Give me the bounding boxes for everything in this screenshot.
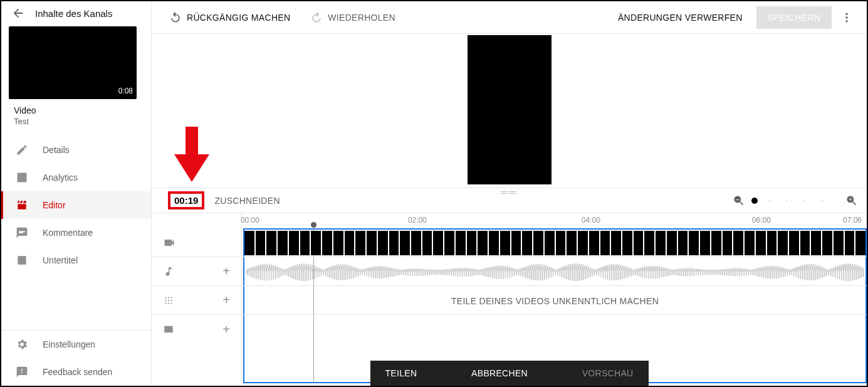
- more-button[interactable]: [837, 8, 857, 28]
- redo-button[interactable]: WIEDERHOLEN: [303, 6, 403, 29]
- topbar: RÜCKGÄNGIG MACHEN WIEDERHOLEN ÄNDERUNGEN…: [152, 1, 867, 34]
- controls-row: 00:19 ZUSCHNEIDEN ══: [152, 188, 867, 213]
- undo-icon: [169, 11, 182, 24]
- sidebar-nav: Details Analytics Editor Kommentare Unte…: [1, 132, 151, 274]
- pencil-icon: [15, 144, 29, 156]
- svg-point-5: [170, 297, 172, 298]
- sidebar-item-label: Kommentare: [43, 228, 93, 238]
- blur-track-label: TEILE DEINES VIDEOS UNKENNTLICH MACHEN: [451, 296, 659, 306]
- timeline: + + + 00:00 02:00 04:00 06:00 07:06: [152, 213, 867, 386]
- svg-point-10: [168, 302, 169, 304]
- save-button[interactable]: SPEICHERN: [756, 6, 832, 29]
- track-head-card: +: [152, 315, 241, 344]
- redo-icon: [310, 11, 323, 24]
- analytics-icon: [15, 171, 29, 184]
- feedback-icon: [15, 366, 29, 378]
- video-track-icon: [163, 236, 175, 249]
- sidebar-item-subtitles[interactable]: Untertitel: [1, 247, 151, 274]
- sidebar-item-analytics[interactable]: Analytics: [1, 164, 151, 191]
- ruler-tick: 06:00: [752, 216, 771, 225]
- svg-point-4: [168, 297, 169, 298]
- zoom-in-icon[interactable]: [845, 194, 858, 207]
- back-arrow-icon[interactable]: [11, 6, 25, 20]
- audio-track[interactable]: [243, 258, 867, 286]
- action-bar: TEILEN ABBRECHEN VORSCHAU: [370, 361, 649, 386]
- svg-point-1: [845, 16, 847, 18]
- endscreen-icon: [163, 324, 174, 335]
- comments-icon: [15, 226, 29, 239]
- blur-icon: [163, 295, 174, 306]
- annotation-arrow-icon: [174, 127, 209, 182]
- add-audio-button[interactable]: +: [222, 264, 230, 278]
- discard-button[interactable]: ÄNDERUNGEN VERWERFEN: [609, 8, 751, 28]
- track-head-video: [152, 228, 241, 257]
- add-blur-button[interactable]: +: [222, 293, 230, 307]
- sidebar-item-details[interactable]: Details: [1, 136, 151, 164]
- current-time[interactable]: 00:19: [168, 191, 204, 209]
- drag-handle-icon[interactable]: ══: [501, 187, 518, 198]
- cancel-button[interactable]: ABBRECHEN: [471, 368, 528, 378]
- track-head-audio: +: [152, 257, 241, 286]
- video-player[interactable]: [468, 35, 552, 184]
- thumbnail-duration: 0:08: [118, 87, 133, 95]
- blur-track[interactable]: TEILE DEINES VIDEOS UNKENNTLICH MACHEN: [243, 287, 867, 315]
- track-area[interactable]: 00:00 02:00 04:00 06:00 07:06: [242, 213, 867, 386]
- sidebar-item-label: Untertitel: [43, 255, 78, 265]
- split-button[interactable]: TEILEN: [385, 368, 417, 378]
- sidebar-item-label: Editor: [43, 200, 66, 210]
- sidebar-item-comments[interactable]: Kommentare: [1, 219, 151, 247]
- svg-point-7: [168, 299, 169, 300]
- sidebar-item-editor[interactable]: Editor: [1, 191, 151, 219]
- ruler-tick: 07:06: [843, 216, 862, 225]
- ruler-tick: 02:00: [408, 216, 427, 225]
- svg-point-11: [170, 302, 172, 304]
- preview-area: [152, 34, 867, 188]
- sidebar-item-label: Feedback senden: [43, 367, 112, 377]
- track-headers: + + +: [152, 213, 242, 386]
- sidebar-item-feedback[interactable]: Feedback senden: [1, 358, 151, 386]
- sidebar-item-settings[interactable]: Einstellungen: [1, 331, 151, 358]
- video-name: Test: [14, 117, 139, 126]
- more-vert-icon: [840, 11, 853, 24]
- zoom-slider[interactable]: [751, 200, 839, 201]
- editor-main: 00:19 ZUSCHNEIDEN ══ +: [152, 34, 867, 386]
- clapperboard-icon: [15, 199, 29, 211]
- redo-label: WIEDERHOLEN: [328, 13, 395, 23]
- svg-point-2: [845, 20, 847, 22]
- subtitles-icon: [15, 254, 29, 267]
- svg-point-3: [165, 297, 166, 298]
- waveform: [246, 262, 864, 282]
- gear-icon: [15, 338, 29, 351]
- sidebar-item-label: Einstellungen: [43, 339, 95, 349]
- add-endscreen-button[interactable]: +: [222, 322, 230, 337]
- track-head-blur: +: [152, 286, 241, 315]
- ruler-tick: 04:00: [582, 216, 600, 225]
- svg-point-6: [165, 299, 166, 300]
- zoom-out-icon[interactable]: [733, 194, 745, 207]
- svg-point-8: [170, 299, 172, 300]
- trim-button[interactable]: ZUSCHNEIDEN: [214, 196, 280, 206]
- sidebar: Inhalte des Kanals 0:08 Video Test Detai…: [1, 1, 152, 386]
- video-thumbnail[interactable]: 0:08: [9, 26, 137, 99]
- video-track[interactable]: [243, 230, 867, 257]
- undo-button[interactable]: RÜCKGÄNGIG MACHEN: [162, 6, 298, 29]
- music-note-icon: [163, 266, 174, 277]
- sidebar-item-label: Analytics: [43, 172, 78, 183]
- video-label: Video: [14, 105, 139, 115]
- undo-label: RÜCKGÄNGIG MACHEN: [187, 13, 290, 23]
- svg-point-0: [845, 13, 847, 14]
- ruler-tick: 00:00: [241, 216, 259, 225]
- preview-button[interactable]: VORSCHAU: [582, 368, 634, 378]
- endscreen-track[interactable]: [243, 316, 867, 344]
- time-ruler[interactable]: 00:00 02:00 04:00 06:00 07:06: [242, 213, 862, 228]
- sidebar-title[interactable]: Inhalte des Kanals: [35, 8, 112, 19]
- svg-point-9: [165, 302, 166, 304]
- sidebar-item-label: Details: [43, 145, 70, 155]
